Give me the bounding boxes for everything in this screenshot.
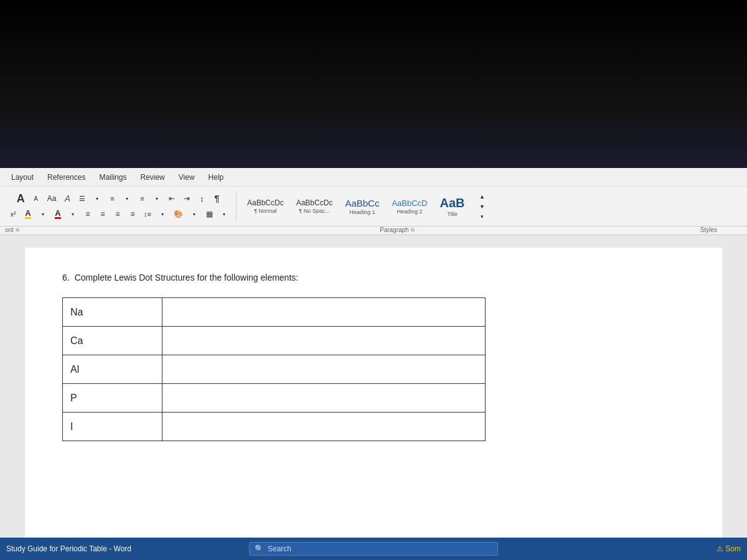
- element-al: Al: [63, 355, 162, 384]
- menu-bar: Layout References Mailings Review View H…: [0, 168, 747, 187]
- desktop-background: [0, 0, 747, 168]
- font-row-2: x² A ▾ A ▾ ≡ ≡ ≡ ≡ ↕≡ ▾ 🎨 ▾: [6, 207, 231, 221]
- table-row: Al: [63, 355, 486, 384]
- borders-dropdown[interactable]: ▾: [217, 207, 231, 221]
- align-center-btn[interactable]: ≡: [96, 207, 110, 221]
- style-no-spacing-label: ¶ No Spac...: [299, 208, 329, 214]
- font-section-label: ont ⧉: [5, 226, 19, 233]
- element-ca: Ca: [63, 327, 162, 355]
- section-labels-bar: ont ⧉ Paragraph ⧉ Styles: [0, 226, 747, 235]
- font-label-text: ont: [5, 226, 14, 233]
- font-row-1: A A Aa A ☰ ▾ ≡ ▾ ≡ ▾ ⇤ ⇥ ↕ ¶: [14, 192, 224, 205]
- title-bar: Study Guide for Periodic Table - Word 🔍 …: [0, 538, 747, 560]
- dot-structure-i[interactable]: [162, 413, 485, 441]
- font-expand-icon[interactable]: ⧉: [16, 227, 19, 233]
- font-color-btn[interactable]: A: [51, 207, 65, 221]
- font-a-shrink-btn[interactable]: A: [29, 192, 43, 205]
- align-justify-btn[interactable]: ≡: [126, 207, 139, 221]
- element-na: Na: [63, 298, 162, 327]
- table-row: I: [63, 413, 486, 441]
- menu-mailings[interactable]: Mailings: [93, 170, 133, 184]
- window-controls-area: ⚠ Som: [498, 544, 741, 553]
- alert-text: Som: [725, 544, 741, 553]
- table-row: Ca: [63, 327, 486, 355]
- align-right-btn[interactable]: ≡: [111, 207, 125, 221]
- style-heading1[interactable]: AaBbCc Heading 1: [341, 195, 383, 218]
- styles-section-label: Styles: [700, 226, 717, 233]
- style-title-label: Title: [447, 211, 458, 217]
- style-no-spacing-preview: AaBbCcDc: [296, 198, 333, 207]
- menu-view[interactable]: View: [172, 170, 201, 184]
- menu-help[interactable]: Help: [202, 170, 230, 184]
- line-spacing-dropdown[interactable]: ▾: [156, 207, 169, 221]
- styles-scroll-up[interactable]: ▲: [476, 192, 489, 201]
- align-left-btn[interactable]: ≡: [81, 207, 95, 221]
- menu-review[interactable]: Review: [134, 170, 171, 184]
- style-heading2-preview: AaBbCcD: [392, 198, 427, 208]
- styles-scroll-down[interactable]: ▼: [476, 202, 489, 211]
- numbered-list-dropdown[interactable]: ▾: [120, 192, 134, 205]
- document-page: 6. Complete Lewis Dot Structures for the…: [25, 248, 722, 559]
- shading-btn[interactable]: 🎨: [171, 207, 186, 221]
- search-box[interactable]: 🔍 Search: [249, 542, 498, 556]
- style-normal-label: ¶ Normal: [254, 208, 276, 214]
- font-color-dropdown[interactable]: ▾: [66, 207, 80, 221]
- search-icon: 🔍: [255, 544, 264, 553]
- menu-references[interactable]: References: [41, 170, 92, 184]
- ribbon-container: Layout References Mailings Review View H…: [0, 168, 747, 235]
- font-aa-btn[interactable]: Aa: [44, 192, 60, 205]
- borders-btn[interactable]: ▦: [202, 207, 216, 221]
- dot-structure-p[interactable]: [162, 384, 485, 413]
- font-group: A A Aa A ☰ ▾ ≡ ▾ ≡ ▾ ⇤ ⇥ ↕ ¶: [4, 192, 237, 221]
- styles-label-text: Styles: [700, 226, 717, 233]
- table-row: Na: [63, 298, 486, 327]
- style-normal-preview: AaBbCcDc: [247, 198, 284, 207]
- highlight-btn[interactable]: A: [21, 207, 35, 221]
- paragraph-expand-icon[interactable]: ⧉: [411, 227, 415, 233]
- shading-dropdown[interactable]: ▾: [187, 207, 201, 221]
- font-a-large-btn[interactable]: A: [14, 192, 28, 205]
- style-normal[interactable]: AaBbCcDc ¶ Normal: [243, 196, 288, 217]
- pilcrow-btn[interactable]: ¶: [210, 192, 223, 205]
- sort-btn[interactable]: ↕: [195, 192, 209, 205]
- element-p: P: [63, 384, 162, 413]
- font-script-btn[interactable]: A: [60, 192, 74, 205]
- style-heading1-label: Heading 1: [349, 209, 375, 215]
- style-title-preview: AaB: [439, 196, 464, 210]
- highlight-dropdown[interactable]: ▾: [36, 207, 50, 221]
- align-indent-right-btn[interactable]: ⇥: [180, 192, 194, 205]
- indent-dropdown[interactable]: ▾: [150, 192, 164, 205]
- list-bullets-btn[interactable]: ☰: [75, 192, 89, 205]
- style-no-spacing[interactable]: AaBbCcDc ¶ No Spac...: [292, 196, 337, 217]
- indent-btn[interactable]: ≡: [135, 192, 149, 205]
- document-area: 6. Complete Lewis Dot Structures for the…: [0, 235, 747, 560]
- question-text: Complete Lewis Dot Structures for the fo…: [75, 273, 299, 282]
- element-symbol-ca: Ca: [70, 335, 83, 346]
- search-text: Search: [268, 544, 291, 553]
- style-title[interactable]: AaB Title: [435, 194, 469, 220]
- paragraph-section-label: Paragraph ⧉: [380, 226, 415, 233]
- toolbar: A A Aa A ☰ ▾ ≡ ▾ ≡ ▾ ⇤ ⇥ ↕ ¶: [0, 187, 747, 226]
- styles-expand[interactable]: ▾: [476, 212, 489, 221]
- list-dropdown-1[interactable]: ▾: [90, 192, 104, 205]
- numbered-list-btn[interactable]: ≡: [105, 192, 119, 205]
- element-symbol-al: Al: [70, 364, 79, 375]
- dot-structure-ca[interactable]: [162, 327, 485, 355]
- line-spacing-btn[interactable]: ↕≡: [141, 207, 154, 221]
- style-heading1-preview: AaBbCc: [345, 198, 379, 208]
- question-number: 6.: [62, 273, 70, 282]
- element-symbol-p: P: [70, 393, 77, 403]
- menu-layout[interactable]: Layout: [5, 170, 40, 184]
- element-symbol-i: I: [70, 421, 73, 432]
- style-heading2[interactable]: AaBbCcD Heading 2: [387, 196, 431, 217]
- dot-structure-al[interactable]: [162, 355, 485, 384]
- table-row: P: [63, 384, 486, 413]
- alert-icon: ⚠: [716, 544, 723, 553]
- style-heading2-label: Heading 2: [397, 208, 422, 215]
- align-indent-left-btn[interactable]: ⇤: [165, 192, 179, 205]
- element-symbol-na: Na: [70, 307, 83, 317]
- dot-structure-na[interactable]: [162, 298, 485, 327]
- lewis-dot-table: Na Ca Al P: [62, 297, 486, 441]
- superscript-btn[interactable]: x²: [6, 207, 20, 221]
- element-i: I: [63, 413, 162, 441]
